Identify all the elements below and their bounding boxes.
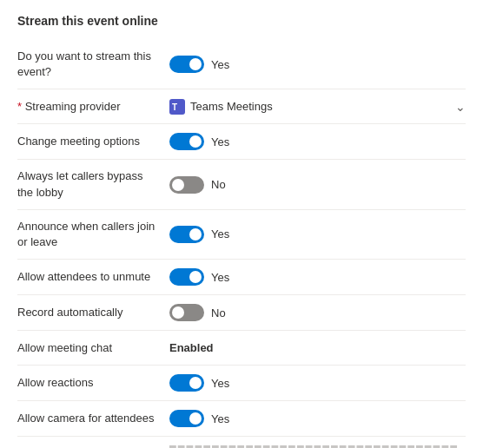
row-allow-camera: Allow camera for attendees Yes xyxy=(17,401,466,437)
toggle-allow-unmute[interactable] xyxy=(169,268,204,286)
value-record-automatically: No xyxy=(169,304,466,321)
toggle-knob-record-automatically xyxy=(172,306,184,319)
label-allow-camera: Allow camera for attendees xyxy=(17,411,169,426)
value-allow-unmute: Yes xyxy=(169,268,466,286)
value-meeting-chat: Enabled xyxy=(169,341,466,354)
toggle-record-automatically[interactable] xyxy=(169,304,204,321)
toggle-label-bypass-lobby: No xyxy=(211,178,226,191)
toggle-knob-allow-unmute xyxy=(189,271,202,283)
row-record-automatically: Record automatically No xyxy=(17,295,466,331)
row-change-meeting-options: Change meeting options Yes xyxy=(17,124,466,160)
toggle-knob-stream-event xyxy=(189,58,202,70)
label-meeting-chat: Allow meeting chat xyxy=(17,340,169,356)
row-teams-url: 🔒 Teams URL ████████████████████████████… xyxy=(17,437,466,448)
label-allow-reactions: Allow reactions xyxy=(17,375,169,391)
teams-icon: T xyxy=(169,99,185,115)
value-allow-camera: Yes xyxy=(169,410,466,427)
value-streaming-provider: T Teams Meetings ⌄ xyxy=(169,99,466,115)
toggle-knob-meeting-options xyxy=(189,135,202,148)
toggle-change-meeting-options[interactable] xyxy=(169,133,204,150)
row-streaming-provider: * Streaming provider T Teams Meetings ⌄ xyxy=(17,89,466,124)
toggle-label-record-automatically: No xyxy=(211,306,226,320)
provider-name: Teams Meetings xyxy=(190,100,273,113)
page-title: Stream this event online xyxy=(17,14,466,28)
toggle-label-announce-callers: Yes xyxy=(211,227,229,240)
svg-text:T: T xyxy=(172,102,177,112)
required-star: * xyxy=(17,100,25,113)
label-bypass-lobby: Always let callers bypass the lobby xyxy=(17,168,169,200)
label-streaming-provider: * Streaming provider xyxy=(17,99,169,115)
toggle-knob-allow-camera xyxy=(189,412,202,425)
toggle-knob-announce-callers xyxy=(189,228,202,240)
row-bypass-lobby: Always let callers bypass the lobby No xyxy=(17,160,466,209)
meeting-chat-status: Enabled xyxy=(169,341,214,354)
toggle-announce-callers[interactable] xyxy=(169,226,204,243)
toggle-label-stream-event: Yes xyxy=(211,58,229,71)
toggle-knob-allow-reactions xyxy=(189,377,202,389)
toggle-label-allow-unmute: Yes xyxy=(211,271,229,284)
chevron-down-icon[interactable]: ⌄ xyxy=(455,100,466,114)
toggle-allow-reactions[interactable] xyxy=(169,374,204,392)
row-meeting-chat: Allow meeting chat Enabled xyxy=(17,331,466,366)
value-bypass-lobby: No xyxy=(169,176,466,194)
row-allow-reactions: Allow reactions Yes xyxy=(17,366,466,401)
stream-event-panel: Stream this event online Do you want to … xyxy=(0,0,483,448)
value-announce-callers: Yes xyxy=(169,226,466,243)
label-allow-unmute: Allow attendees to unmute xyxy=(17,269,169,285)
toggle-allow-camera[interactable] xyxy=(169,410,204,427)
value-change-meeting-options: Yes xyxy=(169,133,466,150)
toggle-label-allow-reactions: Yes xyxy=(211,377,229,390)
toggle-bypass-lobby[interactable] xyxy=(169,176,204,194)
toggle-knob-bypass-lobby xyxy=(172,179,184,191)
label-change-meeting-options: Change meeting options xyxy=(17,134,169,149)
row-announce-callers: Announce when callers join or leave Yes xyxy=(17,210,466,260)
row-stream-event: Do you want to stream this event? Yes xyxy=(17,40,466,89)
label-stream-event: Do you want to stream this event? xyxy=(17,49,169,80)
toggle-label-allow-camera: Yes xyxy=(211,412,229,425)
toggle-label-meeting-options: Yes xyxy=(211,135,229,148)
toggle-stream-event[interactable] xyxy=(169,56,204,73)
label-record-automatically: Record automatically xyxy=(17,305,169,320)
label-announce-callers: Announce when callers join or leave xyxy=(17,219,169,250)
row-allow-unmute: Allow attendees to unmute Yes xyxy=(17,260,466,295)
value-allow-reactions: Yes xyxy=(169,374,466,392)
provider-info: T Teams Meetings xyxy=(169,99,273,115)
value-stream-event: Yes xyxy=(169,56,466,73)
